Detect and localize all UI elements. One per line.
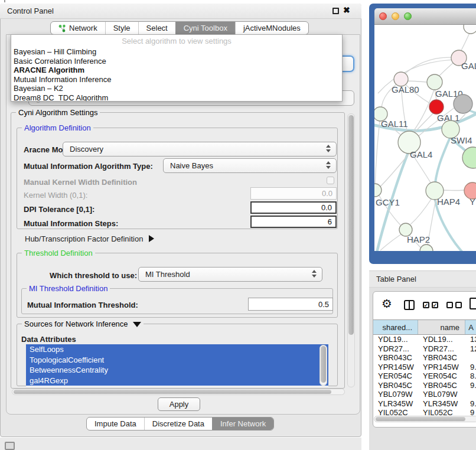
- aracne-mode-combo[interactable]: Discovery: [63, 142, 337, 156]
- network-node[interactable]: [464, 25, 476, 34]
- screen: { "colors": { "selection_blue": "#3c6ac4…: [0, 0, 476, 450]
- tab-label: Discretize Data: [152, 419, 204, 428]
- table-row[interactable]: YIL052CYIL052C9: [373, 408, 476, 415]
- aracne-mode-value: Discovery: [70, 145, 103, 154]
- cyni-bottom-tabs: Impute DataDiscretize DataInfer Network: [86, 417, 274, 431]
- data-attribute-item[interactable]: BetweennessCentrality: [26, 365, 328, 376]
- network-node-gal1[interactable]: [429, 100, 444, 114]
- settings-vertical-scrollbar[interactable]: [347, 113, 355, 387]
- table-cell: 9.: [465, 363, 476, 371]
- column-header-1[interactable]: shared...: [373, 320, 418, 334]
- dropdown-option[interactable]: Mutual Information Inference: [11, 75, 342, 84]
- network-edge[interactable]: [410, 198, 432, 224]
- dropdown-option[interactable]: Bayesian – Hill Climbing: [11, 47, 342, 57]
- close-traffic-light-icon[interactable]: [379, 12, 387, 20]
- network-view-window: GALGAL80GAL10GAL1GAL11SWI4GAL4HAP4YGCY1H…: [369, 4, 476, 264]
- expanded-arrow-icon: [133, 322, 141, 327]
- dropdown-option[interactable]: Bayesian – K2: [11, 84, 342, 93]
- column-header-3[interactable]: A: [465, 320, 476, 334]
- node-label: HAP4: [437, 197, 460, 207]
- checked-checkbox-icon[interactable]: ✓: [432, 302, 438, 308]
- tab-label: Infer Network: [220, 419, 266, 428]
- combo-arrows-icon: [326, 145, 331, 152]
- checked-checkbox-icon[interactable]: ✓: [423, 302, 429, 308]
- data-attribute-item[interactable]: gal4RGexp: [26, 376, 328, 386]
- tab-cyni-toolbox[interactable]: Cyni Toolbox: [175, 22, 235, 34]
- kernel-width-field[interactable]: 0.0: [250, 187, 337, 200]
- table-cell: YBL079W: [373, 390, 418, 399]
- settings-gear-icon[interactable]: ⚙: [382, 296, 392, 311]
- split-columns-icon[interactable]: [404, 300, 415, 310]
- table-row[interactable]: YDR27...YDR27...12: [373, 344, 476, 354]
- list-scroll-thumb[interactable]: [321, 346, 326, 383]
- network-node-gal10[interactable]: [427, 74, 442, 90]
- network-node[interactable]: [420, 244, 433, 251]
- settings-scroll-thumb[interactable]: [348, 115, 354, 335]
- hub-definition-toggle[interactable]: Hub/Transcription Factor Definition: [25, 234, 154, 243]
- manual-kernel-checkbox[interactable]: [327, 177, 334, 184]
- table-cell: 9.: [465, 381, 476, 390]
- table-panel-title: Table Panel: [376, 275, 416, 283]
- table-row[interactable]: YDL19...YDL19...13: [373, 335, 476, 344]
- network-node[interactable]: [454, 94, 472, 113]
- which-threshold-combo[interactable]: MI Threshold: [138, 267, 322, 282]
- float-icon[interactable]: [332, 8, 339, 14]
- network-window-titlebar[interactable]: [374, 8, 476, 25]
- list-vertical-scrollbar[interactable]: [319, 345, 327, 386]
- sources-legend[interactable]: Sources for Network Inference: [22, 319, 144, 328]
- dropdown-option[interactable]: Basic Correlation Inference: [11, 57, 342, 66]
- data-attribute-item[interactable]: TopologicalCoefficient: [26, 355, 328, 366]
- table-row[interactable]: YBL079WYBL079W: [373, 390, 476, 399]
- tab-select[interactable]: Select: [138, 22, 175, 34]
- mi-threshold-field[interactable]: 0.5: [248, 298, 333, 311]
- network-edge[interactable]: [375, 120, 380, 186]
- column-header-2[interactable]: name: [418, 320, 465, 334]
- tab-style[interactable]: Style: [105, 22, 138, 34]
- data-attributes-label: Data Attributes: [21, 335, 76, 344]
- algorithm-dropdown-popup: Select algorithm to view settings Bayesi…: [11, 34, 343, 102]
- unchecked-checkbox-icon[interactable]: [455, 302, 462, 308]
- table-hscroll-thumb[interactable]: [376, 417, 465, 421]
- network-edge[interactable]: [461, 33, 470, 51]
- table-row[interactable]: YBR045CYBR045C9.: [373, 381, 476, 390]
- network-edge[interactable]: [401, 57, 459, 77]
- network-canvas[interactable]: GALGAL80GAL10GAL1GAL11SWI4GAL4HAP4YGCY1H…: [374, 25, 476, 251]
- table-cell: YDL19...: [373, 335, 418, 344]
- apply-button[interactable]: Apply: [158, 397, 200, 411]
- zoom-traffic-light-icon[interactable]: [404, 12, 412, 20]
- close-icon[interactable]: ✖: [343, 5, 350, 15]
- table-horizontal-scrollbar[interactable]: [374, 416, 476, 422]
- bottom-tab-infer-network[interactable]: Infer Network: [212, 418, 273, 430]
- unchecked-checkbox-icon[interactable]: [446, 302, 453, 308]
- mi-steps-field[interactable]: 6: [250, 216, 337, 228]
- document-icon[interactable]: [470, 298, 476, 309]
- bottom-tab-impute-data[interactable]: Impute Data: [87, 418, 144, 430]
- mi-type-combo[interactable]: Naive Bayes: [163, 158, 337, 173]
- table-row[interactable]: YER054CYER054C8.: [373, 371, 476, 381]
- tab-jactivemnodules[interactable]: jActiveMNodules: [235, 22, 308, 34]
- tab-network[interactable]: Network: [51, 22, 105, 34]
- dpi-tolerance-field[interactable]: 0.0: [250, 201, 337, 214]
- dropdown-option[interactable]: Dream8 DC_TDC Algorithm: [11, 93, 342, 102]
- network-node-gcy1[interactable]: [374, 184, 382, 197]
- network-edge[interactable]: [443, 190, 464, 191]
- dropdown-option[interactable]: ARACNE Algorithm: [11, 66, 342, 75]
- dropdown-options: Bayesian – Hill ClimbingBasic Correlatio…: [11, 47, 342, 102]
- settings-hscroll-thumb[interactable]: [14, 390, 331, 394]
- network-edge[interactable]: [378, 154, 409, 189]
- table-row[interactable]: YLR345WYLR345W9.: [373, 399, 476, 409]
- tab-label: Impute Data: [94, 419, 136, 428]
- minimize-traffic-light-icon[interactable]: [392, 12, 399, 20]
- threshold-definition-legend: Threshold Definition: [22, 249, 95, 257]
- table-panel-box: ⚙ ✓ ✓ shared...nameA YDL19...YDL19...13Y…: [373, 291, 476, 428]
- table-cell: YDR27...: [418, 344, 465, 353]
- which-threshold-label: Which threshold to use:: [50, 271, 137, 280]
- bottom-tab-discretize-data[interactable]: Discretize Data: [144, 418, 212, 430]
- settings-horizontal-scrollbar[interactable]: [12, 389, 345, 395]
- table-row[interactable]: YPR145WYPR145W9.: [373, 363, 476, 372]
- apply-button-label: Apply: [169, 400, 189, 409]
- data-attribute-item[interactable]: SelfLoops: [26, 344, 328, 355]
- algorithm-definition-legend: Algorithm Definition: [22, 123, 93, 132]
- minimized-panel-icon[interactable]: [5, 442, 15, 450]
- table-row[interactable]: YBR043CYBR043C: [373, 353, 476, 363]
